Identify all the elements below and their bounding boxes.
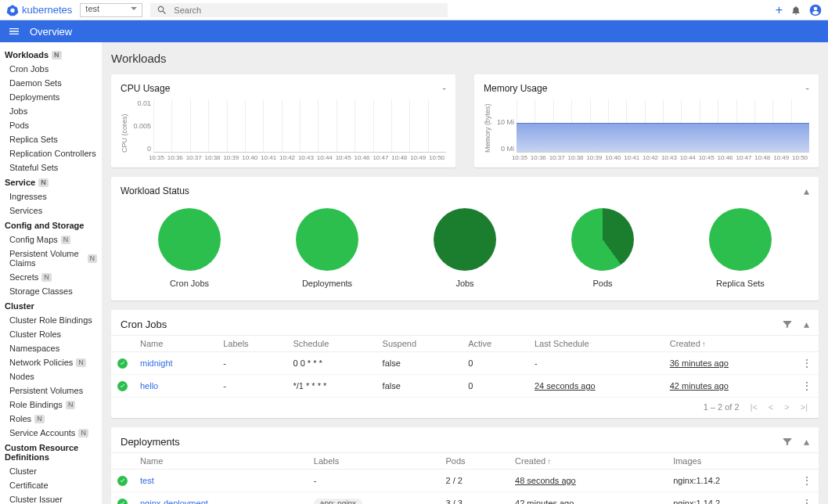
nav-item-pods[interactable]: Pods xyxy=(0,118,102,132)
search-icon xyxy=(157,5,167,16)
donut-cron-jobs: Cron Jobs xyxy=(158,208,221,288)
chevron-down-icon xyxy=(131,7,137,10)
filter-icon[interactable] xyxy=(782,436,793,447)
label-chip: app: nginx xyxy=(314,499,362,504)
nav-group-config-and-storage[interactable]: Config and Storage xyxy=(0,218,102,232)
nav-item-service-accounts[interactable]: Service AccountsN xyxy=(0,426,102,440)
nav-group-workloads[interactable]: WorkloadsN xyxy=(0,47,102,62)
deployment-link[interactable]: nginx-deployment xyxy=(140,499,208,504)
col-labels[interactable]: Labels xyxy=(217,336,286,352)
logo[interactable]: kubernetes xyxy=(6,4,72,16)
nav-item-cluster-roles[interactable]: Cluster Roles xyxy=(0,327,102,341)
mem-card-title: Memory Usage xyxy=(484,83,547,94)
row-menu-icon[interactable]: ⋮ xyxy=(801,474,812,487)
nav-item-nodes[interactable]: Nodes xyxy=(0,369,102,383)
collapse-icon[interactable]: ▴ xyxy=(804,318,809,330)
donut-deployments: Deployments xyxy=(296,208,358,288)
collapse-icon[interactable]: ▴ xyxy=(804,435,809,448)
col-name[interactable]: Name xyxy=(134,453,308,470)
collapse-icon[interactable]: ▴ xyxy=(804,185,809,197)
col-name[interactable]: Name xyxy=(134,336,217,352)
nav-item-cron-jobs[interactable]: Cron Jobs xyxy=(0,62,102,76)
collapse-icon[interactable]: - xyxy=(442,82,446,95)
nav-item-namespaces[interactable]: Namespaces xyxy=(0,341,102,355)
filter-icon[interactable] xyxy=(782,319,793,329)
table-row: hello-*/1 * * * *false024 seconds ago42 … xyxy=(111,375,819,398)
pager-prev-icon[interactable]: < xyxy=(769,402,773,412)
col-created[interactable]: Created↑ xyxy=(509,453,667,470)
nav-item-daemon-sets[interactable]: Daemon Sets xyxy=(0,76,102,90)
cronjob-link[interactable]: hello xyxy=(140,381,158,391)
bell-icon[interactable] xyxy=(790,5,801,16)
svg-point-1 xyxy=(10,8,14,12)
donut-label: Jobs xyxy=(455,279,473,288)
nav-group-service[interactable]: ServiceN xyxy=(0,175,102,189)
nav-item-certificate[interactable]: Certificate xyxy=(0,478,102,492)
col-suspend[interactable]: Suspend xyxy=(376,336,463,352)
nav-item-network-policies[interactable]: Network PoliciesN xyxy=(0,355,102,369)
mem-xticks: 10:3510:3610:3710:3810:3910:4010:4110:42… xyxy=(484,154,809,161)
col-schedule[interactable]: Schedule xyxy=(286,336,376,352)
nav-item-services[interactable]: Services xyxy=(0,203,102,218)
donut-icon xyxy=(296,208,358,271)
nav-item-persistent-volumes[interactable]: Persistent Volumes xyxy=(0,383,102,398)
search-input[interactable] xyxy=(174,5,441,15)
nav-item-cluster-role-bindings[interactable]: Cluster Role Bindings xyxy=(0,313,102,327)
search-wrap[interactable] xyxy=(150,3,448,17)
cpu-yticks: 0.010.0050 xyxy=(130,99,153,153)
deployment-link[interactable]: test xyxy=(140,476,154,485)
nav-item-stateful-sets[interactable]: Stateful Sets xyxy=(0,160,102,175)
row-menu-icon[interactable]: ⋮ xyxy=(801,497,812,504)
status-ok-icon xyxy=(117,358,128,369)
col-pods[interactable]: Pods xyxy=(439,453,509,470)
status-ok-icon xyxy=(117,381,128,391)
nav-group-custom-resource-definitions[interactable]: Custom Resource Definitions xyxy=(0,440,102,464)
cpu-xticks: 10:3510:3610:3710:3810:3910:4010:4110:42… xyxy=(121,154,446,161)
kubernetes-icon xyxy=(6,4,19,16)
donut-label: Replica Sets xyxy=(716,279,765,288)
nav-item-deployments[interactable]: Deployments xyxy=(0,90,102,104)
page-title: Workloads xyxy=(111,52,819,65)
nav-item-config-maps[interactable]: Config MapsN xyxy=(0,232,102,247)
col-active[interactable]: Active xyxy=(462,336,528,352)
cronjob-link[interactable]: midnight xyxy=(140,358,173,368)
nav-item-replication-controllers[interactable]: Replication Controllers xyxy=(0,146,102,160)
nav-item-storage-classes[interactable]: Storage Classes xyxy=(0,284,102,298)
deployments-table: Name Labels Pods Created↑ Images test-2 … xyxy=(111,452,819,504)
nav-item-secrets[interactable]: SecretsN xyxy=(0,270,102,284)
nav-item-replica-sets[interactable]: Replica Sets xyxy=(0,132,102,146)
row-menu-icon[interactable]: ⋮ xyxy=(801,380,812,392)
nav-item-cluster[interactable]: Cluster xyxy=(0,464,102,478)
nav-item-jobs[interactable]: Jobs xyxy=(0,104,102,118)
user-icon[interactable] xyxy=(809,4,822,16)
status-ok-icon xyxy=(117,499,128,505)
col-last[interactable]: Last Schedule xyxy=(528,336,664,352)
pager-last-icon[interactable]: >| xyxy=(801,402,808,412)
donut-icon xyxy=(571,208,634,271)
nav-item-cluster-issuer[interactable]: Cluster Issuer xyxy=(0,492,102,504)
pager-next-icon[interactable]: > xyxy=(784,402,789,412)
nav-item-ingresses[interactable]: Ingresses xyxy=(0,189,102,203)
topbar: kubernetes test + xyxy=(0,0,828,20)
menu-icon[interactable] xyxy=(8,25,20,38)
cronjobs-pager: 1 – 2 of 2 |< < > >| xyxy=(111,398,819,412)
nav-item-persistent-volume-claims[interactable]: Persistent Volume ClaimsN xyxy=(0,247,102,270)
table-row: test-2 / 248 seconds agonginx:1.14.2⋮ xyxy=(111,470,819,492)
nav-item-roles[interactable]: RolesN xyxy=(0,412,102,426)
namespace-select[interactable]: test xyxy=(80,3,142,17)
col-created[interactable]: Created↑ xyxy=(664,336,795,352)
cpu-usage-card: CPU Usage - CPU (cores) 0.010.0050 10:35… xyxy=(111,74,455,167)
sidebar: WorkloadsNCron JobsDaemon SetsDeployment… xyxy=(0,42,102,504)
mem-yticks: 10 Mi0 Mi xyxy=(493,99,517,153)
create-icon[interactable]: + xyxy=(776,3,783,17)
col-labels[interactable]: Labels xyxy=(308,453,440,470)
pager-first-icon[interactable]: |< xyxy=(751,402,758,412)
row-menu-icon[interactable]: ⋮ xyxy=(801,357,812,369)
nav-group-cluster[interactable]: Cluster xyxy=(0,298,102,313)
collapse-icon[interactable]: - xyxy=(805,82,809,95)
headerbar: Overview xyxy=(0,20,828,42)
donut-jobs: Jobs xyxy=(434,208,496,288)
col-images[interactable]: Images xyxy=(667,453,795,470)
nav-item-role-bindings[interactable]: Role BindingsN xyxy=(0,398,102,412)
mem-plot xyxy=(517,99,809,153)
